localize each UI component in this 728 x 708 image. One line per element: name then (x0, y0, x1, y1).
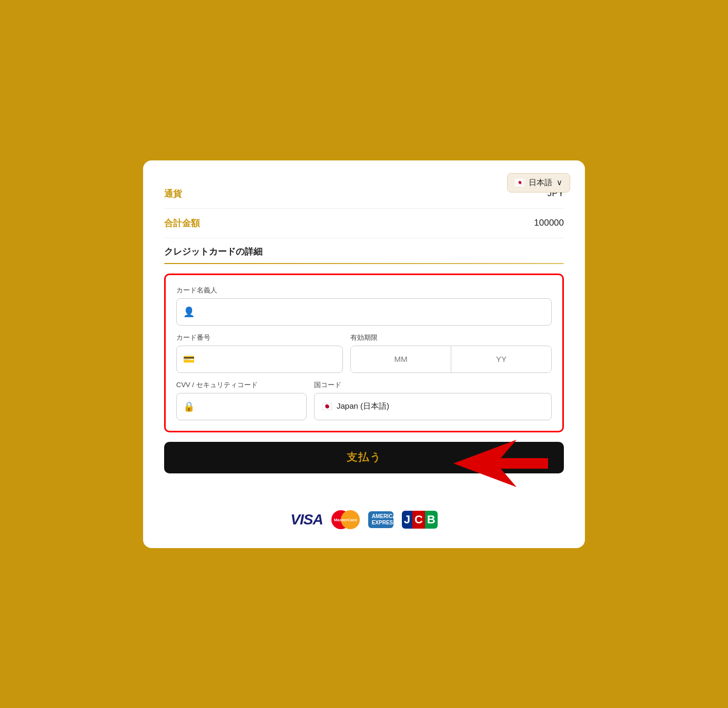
country-flag-icon: 🇯🇵 (322, 401, 332, 411)
country-selector[interactable]: 🇯🇵 Japan (日本語) (314, 393, 552, 420)
cvv-country-row: CVV / セキュリティコード 🔒 国コード 🇯🇵 Japan (日本語) (176, 380, 552, 420)
divider (164, 263, 564, 264)
cardnumber-input[interactable] (200, 355, 336, 363)
cardnumber-input-wrapper: 💳 (176, 346, 343, 373)
currency-label: 通貨 (164, 188, 182, 200)
lang-label: 日本語 (529, 178, 552, 188)
total-row: 合計金額 100000 (164, 209, 564, 238)
cardholder-input[interactable] (200, 307, 545, 316)
cardholder-label: カード名義人 (176, 286, 552, 295)
total-value: 100000 (534, 218, 564, 228)
card-number-col: カード番号 💳 (176, 333, 343, 373)
mastercard-logo: MasterCard (331, 510, 360, 529)
payment-card: 🇯🇵 日本語 ∨ 通貨 JPY 合計金額 100000 クレジットカードの詳細 … (143, 160, 585, 548)
person-icon: 👤 (183, 306, 195, 318)
jcb-j: J (402, 511, 412, 529)
pay-button[interactable]: 支払う (164, 442, 564, 473)
mc-text: MasterCard (331, 517, 360, 522)
amex-line1: AMERICAN (372, 513, 390, 520)
pay-section: 支払う (164, 442, 564, 484)
lang-flag-icon: 🇯🇵 (515, 179, 524, 186)
cardholder-input-wrapper: 👤 (176, 298, 552, 326)
expiry-input-wrapper (350, 346, 552, 373)
amex-line2: EXPRESS (372, 520, 390, 526)
visa-logo: VISA (290, 511, 322, 528)
section-title: クレジットカードの詳細 (164, 247, 262, 257)
language-selector[interactable]: 🇯🇵 日本語 ∨ (507, 173, 570, 193)
pay-button-label: 支払う (347, 451, 381, 463)
cvv-input[interactable] (200, 402, 300, 411)
expiry-year-input[interactable] (451, 346, 551, 372)
total-label: 合計金額 (164, 217, 200, 229)
amex-logo: AMERICAN EXPRESS (368, 511, 393, 528)
cvv-input-wrapper: 🔒 (176, 393, 307, 420)
card-icon: 💳 (183, 353, 195, 365)
cvv-label: CVV / セキュリティコード (176, 380, 307, 390)
chevron-down-icon: ∨ (557, 178, 562, 187)
cardnumber-label: カード番号 (176, 333, 343, 342)
cardholder-field-group: カード名義人 👤 (176, 286, 552, 326)
country-label: 国コード (314, 380, 552, 390)
outer-container: 🇯🇵 日本語 ∨ 通貨 JPY 合計金額 100000 クレジットカードの詳細 … (127, 145, 601, 564)
credit-card-form: カード名義人 👤 カード番号 💳 有効期限 (164, 274, 564, 432)
expiry-label: 有効期限 (350, 333, 552, 342)
cvv-col: CVV / セキュリティコード 🔒 (176, 380, 307, 420)
expiry-month-input[interactable] (351, 346, 451, 372)
country-value: Japan (日本語) (337, 401, 389, 411)
payment-logos: VISA MasterCard AMERICAN EXPRESS J C B (164, 510, 564, 529)
lock-icon: 🔒 (183, 401, 195, 412)
country-col: 国コード 🇯🇵 Japan (日本語) (314, 380, 552, 420)
currency-row: 通貨 JPY (164, 179, 564, 209)
jcb-logo: J C B (402, 511, 438, 529)
jcb-b: B (425, 511, 438, 529)
expiry-col: 有効期限 (350, 333, 552, 373)
jcb-c: C (412, 511, 425, 529)
card-number-expiry-row: カード番号 💳 有効期限 (176, 333, 552, 373)
